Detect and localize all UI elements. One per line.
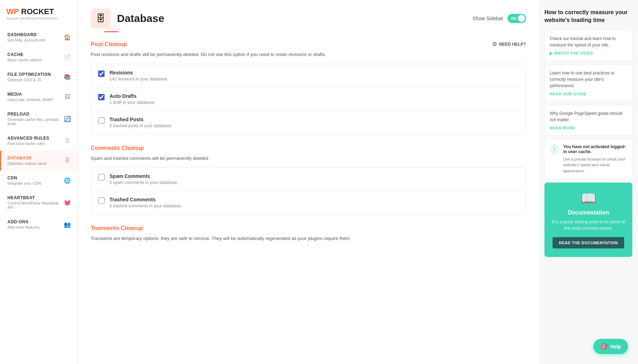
sidebar-item-heartbeat[interactable]: HEARTBEAT Control WordPress Heartbeat AP… xyxy=(0,190,78,214)
checkbox-auto-drafts-input[interactable] xyxy=(98,94,105,100)
checkbox-trashed-posts-input[interactable] xyxy=(98,117,105,124)
main-wrapper: 🗄 Database Show Sidebar ON Post Cleanup … xyxy=(78,0,638,364)
doc-card-title: Documentation xyxy=(550,209,627,216)
show-sidebar-label: Show Sidebar xyxy=(472,16,503,21)
info-icon: i xyxy=(550,144,560,154)
doc-card: 📖 Documentation It is a great starting p… xyxy=(544,183,632,257)
sidebar-item-media[interactable]: MEDIA LazyLoad, embeds, WebP 🖼 xyxy=(0,87,78,107)
read-documentation-button[interactable]: READ THE DOCUMENTATION xyxy=(553,237,624,248)
nav-item-sub-heartbeat: Control WordPress Heartbeat API xyxy=(7,201,63,209)
nav-item-text-preload: PRELOAD Generate cache files, preload fo… xyxy=(7,112,63,126)
need-help-icon: ⚙ xyxy=(492,41,497,47)
spam-comments-title: Spam Comments xyxy=(110,173,178,179)
sidebar-item-cdn[interactable]: CDN Integrate your CDN 🌐 xyxy=(0,170,78,190)
checkbox-revisions-input[interactable] xyxy=(98,71,105,77)
nav-item-text-database: DATABASE Optimize, reduce bloat xyxy=(7,156,63,166)
nav-icon-dashboard: 🏠 xyxy=(63,34,71,41)
post-cleanup-section: Post Cleanup ⚙ NEED HELP? Post revisions… xyxy=(91,41,526,134)
nav-icon-cdn: 🌐 xyxy=(63,177,71,184)
nav-item-title-database: DATABASE xyxy=(7,156,63,161)
right-sidebar-title: How to correctly measure your website's … xyxy=(544,9,632,24)
nav-item-title-cdn: CDN xyxy=(7,175,63,180)
transients-cleanup-section: Transients Cleanup Transients are tempor… xyxy=(91,225,526,242)
logo: WP ROCKET Superior WordPress Performance xyxy=(0,0,78,27)
transients-cleanup-header: Transients Cleanup xyxy=(91,225,526,231)
nav-icon-advanced-rules: ☰ xyxy=(63,138,71,144)
nav-item-sub-cdn: Integrate your CDN xyxy=(7,181,63,185)
page-title: Database xyxy=(117,12,164,24)
toggle-knob xyxy=(518,15,525,22)
logo-wp: WP xyxy=(6,7,19,16)
comments-cleanup-section: Comments Cleanup Spam and trashed commen… xyxy=(91,145,526,215)
sidebar-item-preload[interactable]: PRELOAD Generate cache files, preload fo… xyxy=(0,107,78,131)
sidebar: WP ROCKET Superior WordPress Performance… xyxy=(0,0,78,364)
show-sidebar-wrap: Show Sidebar ON xyxy=(472,14,526,23)
tip-card-2-text: Learn how to use best practices to corre… xyxy=(550,70,627,89)
help-fab[interactable]: 🎯 Help xyxy=(593,339,628,354)
spam-comments-sub: 0 spam comments in your database. xyxy=(110,180,178,185)
need-help-button[interactable]: ⚙ NEED HELP? xyxy=(492,41,526,47)
nav-item-title-add-ons: ADD-ONS xyxy=(7,219,63,224)
checkbox-trashed-posts: Trashed Posts 0 trashed posts in your da… xyxy=(91,111,526,134)
logo-rocket: ROCKET xyxy=(21,7,54,16)
sidebar-item-dashboard[interactable]: DASHBOARD Get help, account info 🏠 xyxy=(0,27,78,47)
transients-cleanup-title: Transients Cleanup xyxy=(91,225,143,231)
post-cleanup-checkboxes: Revisions 142 revisions in your database… xyxy=(91,64,526,134)
nav-item-sub-cache: Basic cache options xyxy=(7,58,63,62)
nav-item-text-cache: CACHE Basic cache options xyxy=(7,52,63,62)
checkbox-spam-comments-input[interactable] xyxy=(98,174,105,180)
sidebar-item-advanced-rules[interactable]: ADVANCED RULES Fine-tune cache rules ☰ xyxy=(0,131,78,151)
info-card-text: Use a private browser to check your webs… xyxy=(563,156,627,174)
toggle-on-label: ON xyxy=(511,17,516,21)
nav-item-sub-preload: Generate cache files, preload fonts xyxy=(7,117,63,126)
nav-item-text-dashboard: DASHBOARD Get help, account info xyxy=(7,32,63,42)
nav-item-text-heartbeat: HEARTBEAT Control WordPress Heartbeat AP… xyxy=(7,195,63,209)
checkbox-trashed-comments-input[interactable] xyxy=(98,197,105,204)
nav-item-title-media: MEDIA xyxy=(7,92,63,97)
sidebar-item-add-ons[interactable]: ADD-ONS Add more features 👥 xyxy=(0,214,78,234)
sidebar-item-cache[interactable]: CACHE Basic cache options 📄 xyxy=(0,47,78,67)
nav-item-sub-database: Optimize, reduce bloat xyxy=(7,161,63,166)
checkbox-revisions-label: Revisions 142 revisions in your database… xyxy=(110,70,168,82)
trashed-comments-sub: 0 trashed comments in your database. xyxy=(110,203,182,208)
nav-item-title-advanced-rules: ADVANCED RULES xyxy=(7,136,63,141)
nav-item-sub-file-optimization: Optimize CSS & JS xyxy=(7,78,63,82)
trashed-posts-title: Trashed Posts xyxy=(110,117,172,122)
nav-icon-file-optimization: 📚 xyxy=(63,74,71,80)
revisions-sub: 142 revisions in your database. xyxy=(110,77,168,82)
checkbox-auto-drafts: Auto Drafts 1 draft in your database. xyxy=(91,88,526,111)
toggle-switch[interactable]: ON xyxy=(508,14,526,23)
nav-icon-cache: 📄 xyxy=(63,54,71,61)
page-header: 🗄 Database Show Sidebar ON xyxy=(78,0,539,28)
page-icon: 🗄 xyxy=(91,9,111,28)
read-guide-label: READ OUR GUIDE xyxy=(550,92,587,96)
checkbox-trashed-comments-label: Trashed Comments 0 trashed comments in y… xyxy=(110,197,182,208)
checkbox-trashed-posts-label: Trashed Posts 0 trashed posts in your da… xyxy=(110,117,172,128)
tip-card-3-text: Why Google PageSpeed grade should not ma… xyxy=(550,110,627,123)
nav-icon-media: 🖼 xyxy=(63,94,71,100)
comments-cleanup-header: Comments Cleanup xyxy=(91,145,526,151)
checkbox-spam-comments: Spam Comments 0 spam comments in your da… xyxy=(91,168,526,191)
auto-drafts-title: Auto Drafts xyxy=(110,93,155,99)
comments-cleanup-title: Comments Cleanup xyxy=(91,145,144,151)
content-body: Post Cleanup ⚙ NEED HELP? Post revisions… xyxy=(78,32,539,261)
nav-icon-heartbeat: 💓 xyxy=(63,199,71,206)
nav-item-title-heartbeat: HEARTBEAT xyxy=(7,195,63,200)
nav-item-text-add-ons: ADD-ONS Add more features xyxy=(7,219,63,229)
post-cleanup-desc: Post revisions and drafts will be perman… xyxy=(91,51,526,58)
read-guide-link[interactable]: READ OUR GUIDE xyxy=(550,92,627,96)
trashed-comments-title: Trashed Comments xyxy=(110,197,182,202)
read-more-link[interactable]: READ MORE xyxy=(550,126,627,130)
tip-card-1-text: Check our tutorial and learn how to meas… xyxy=(550,35,627,48)
transients-cleanup-desc: Transients are temporary options; they a… xyxy=(91,235,526,242)
help-fab-label: Help xyxy=(610,344,621,349)
doc-card-icon: 📖 xyxy=(550,191,627,206)
sidebar-item-database[interactable]: DATABASE Optimize, reduce bloat 🗄 xyxy=(0,151,78,170)
sidebar-item-file-optimization[interactable]: FILE OPTIMIZATION Optimize CSS & JS 📚 xyxy=(0,67,78,87)
nav-icon-database: 🗄 xyxy=(63,157,71,164)
comments-cleanup-checkboxes: Spam Comments 0 spam comments in your da… xyxy=(91,167,526,214)
help-fab-icon: 🎯 xyxy=(600,343,608,350)
watch-video-link[interactable]: ▶ WATCH THE VIDEO xyxy=(550,51,627,56)
checkbox-trashed-comments: Trashed Comments 0 trashed comments in y… xyxy=(91,191,526,214)
nav-item-sub-advanced-rules: Fine-tune cache rules xyxy=(7,141,63,146)
